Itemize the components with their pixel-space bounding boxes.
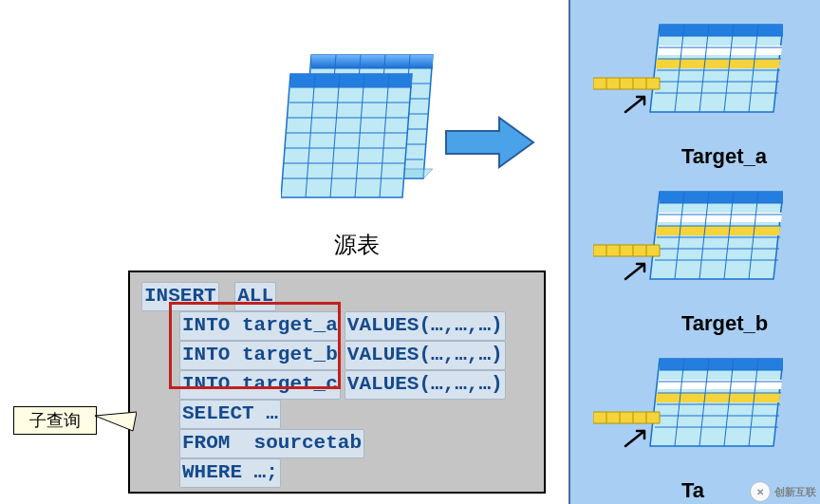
select-line: SELECT … xyxy=(179,400,281,429)
values-b: VALUES(…,…,…) xyxy=(345,341,506,370)
svg-marker-67 xyxy=(660,359,783,370)
target-a-label: Target_a xyxy=(681,144,767,169)
svg-marker-85 xyxy=(95,412,137,431)
svg-marker-29 xyxy=(660,25,783,36)
svg-marker-42 xyxy=(593,78,660,89)
target-table-b xyxy=(593,184,783,289)
target-b-label: Target_b xyxy=(681,311,768,336)
source-label: 源表 xyxy=(334,230,380,260)
into-a: INTO target_a xyxy=(179,311,341,341)
sql-code-block: INSERT ALL INTO target_aVALUES(…,…,…) IN… xyxy=(128,271,546,494)
svg-marker-27 xyxy=(446,118,533,167)
where-line: WHERE …; xyxy=(179,458,281,488)
into-b: INTO target_b xyxy=(179,341,341,370)
insert-arrow-icon xyxy=(624,425,656,452)
values-a: VALUES(…,…,…) xyxy=(345,311,506,341)
svg-marker-69 xyxy=(656,393,780,402)
flow-arrow xyxy=(444,114,535,171)
svg-marker-31 xyxy=(656,59,780,68)
watermark-text: 创新互联 xyxy=(774,485,816,499)
insert-arrow-icon xyxy=(624,258,656,285)
watermark: ✕ 创新互联 xyxy=(750,481,816,502)
svg-marker-80 xyxy=(593,412,660,423)
values-c: VALUES(…,…,…) xyxy=(345,370,506,400)
into-c: INTO target_c xyxy=(179,370,341,400)
svg-marker-48 xyxy=(660,192,783,203)
from-line: FROM sourcetab xyxy=(179,429,364,458)
kw-all: ALL xyxy=(234,282,276,311)
callout-tail-icon xyxy=(95,410,137,435)
subquery-callout: 子查询 xyxy=(13,406,97,435)
svg-marker-61 xyxy=(593,245,660,256)
target-c-label: Ta xyxy=(681,478,704,503)
insert-arrow-icon xyxy=(624,91,656,118)
watermark-icon: ✕ xyxy=(750,481,771,502)
target-table-a xyxy=(593,17,783,121)
svg-marker-50 xyxy=(656,226,780,235)
svg-marker-15 xyxy=(290,74,412,87)
kw-insert: INSERT xyxy=(141,282,219,311)
target-table-c xyxy=(593,351,783,456)
source-table-front xyxy=(281,53,421,205)
